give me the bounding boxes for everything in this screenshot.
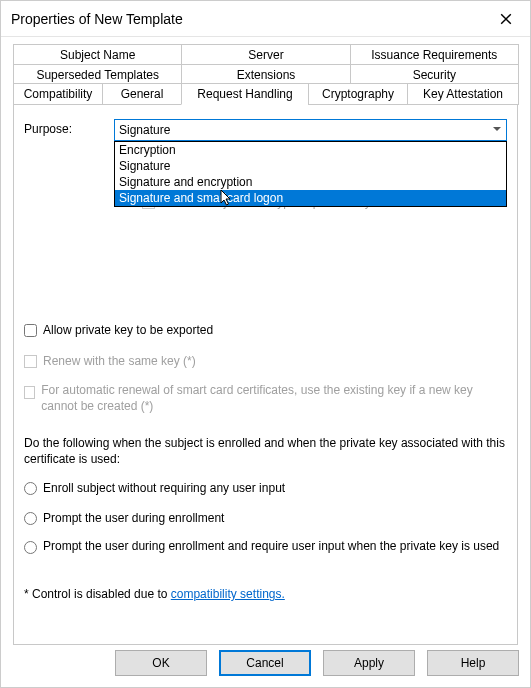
renew-same-key-row: Renew with the same key (*) (24, 354, 507, 368)
tab-extensions[interactable]: Extensions (181, 64, 350, 85)
auto-renew-smartcard-label: For automatic renewal of smart card cert… (41, 383, 503, 414)
tab-security[interactable]: Security (350, 64, 519, 85)
enroll-opt-prompt-label: Prompt the user during enrollment (43, 511, 224, 525)
allow-export-checkbox[interactable] (24, 324, 37, 337)
purpose-combobox[interactable]: Signature (114, 119, 507, 141)
enroll-intro: Do the following when the subject is enr… (24, 435, 507, 467)
enroll-opt-prompt-require-label: Prompt the user during enrollment and re… (43, 539, 499, 555)
purpose-option-sig-enc[interactable]: Signature and encryption (115, 174, 506, 190)
purpose-option-signature[interactable]: Signature (115, 158, 506, 174)
tabs-container: Subject Name Server Issuance Requirement… (13, 45, 518, 105)
help-button[interactable]: Help (427, 650, 519, 676)
purpose-option-sig-smartcard[interactable]: Signature and smartcard logon (115, 190, 506, 206)
tab-content: Purpose: Signature Encryption Signature … (13, 105, 518, 645)
chevron-down-icon (492, 123, 502, 137)
enroll-opt-prompt-radio[interactable] (24, 512, 37, 525)
purpose-option-encryption[interactable]: Encryption (115, 142, 506, 158)
window-title: Properties of New Template (11, 11, 183, 27)
tab-cryptography[interactable]: Cryptography (308, 83, 408, 105)
ok-button[interactable]: OK (115, 650, 207, 676)
auto-renew-smartcard-row: For automatic renewal of smart card cert… (24, 383, 503, 414)
tab-server[interactable]: Server (181, 44, 350, 65)
enroll-opt-prompt-row[interactable]: Prompt the user during enrollment (24, 511, 507, 525)
footnote: * Control is disabled due to compatibili… (24, 587, 507, 601)
tab-general[interactable]: General (102, 83, 182, 105)
tab-request-handling[interactable]: Request Handling (181, 83, 309, 105)
enroll-opt-no-input-row[interactable]: Enroll subject without requiring any use… (24, 481, 507, 495)
enroll-opt-prompt-require-radio[interactable] (24, 541, 37, 554)
enroll-opt-no-input-radio[interactable] (24, 482, 37, 495)
cancel-button[interactable]: Cancel (219, 650, 311, 676)
tab-superseded-templates[interactable]: Superseded Templates (13, 64, 182, 85)
footnote-prefix: * Control is disabled due to (24, 587, 171, 601)
tab-compatibility[interactable]: Compatibility (13, 83, 103, 105)
compatibility-settings-link[interactable]: compatibility settings. (171, 587, 285, 601)
allow-export-label: Allow private key to be exported (43, 323, 213, 337)
purpose-label: Purpose: (24, 119, 84, 136)
button-bar: OK Cancel Apply Help (115, 650, 519, 676)
enroll-opt-no-input-label: Enroll subject without requiring any use… (43, 481, 285, 495)
renew-same-key-checkbox (24, 355, 37, 368)
allow-export-row[interactable]: Allow private key to be exported (24, 323, 507, 337)
tab-subject-name[interactable]: Subject Name (13, 44, 182, 65)
close-button[interactable] (492, 9, 520, 29)
tab-key-attestation[interactable]: Key Attestation (407, 83, 519, 105)
close-icon (500, 13, 512, 25)
enroll-opt-prompt-require-row[interactable]: Prompt the user during enrollment and re… (24, 539, 507, 555)
purpose-row: Purpose: Signature Encryption Signature … (24, 119, 507, 141)
auto-renew-smartcard-checkbox (24, 386, 35, 399)
title-bar: Properties of New Template (1, 1, 530, 37)
apply-button[interactable]: Apply (323, 650, 415, 676)
purpose-selected-value: Signature (119, 123, 170, 137)
renew-same-key-label: Renew with the same key (*) (43, 354, 196, 368)
tab-issuance-requirements[interactable]: Issuance Requirements (350, 44, 519, 65)
purpose-dropdown[interactable]: Encryption Signature Signature and encry… (114, 141, 507, 207)
